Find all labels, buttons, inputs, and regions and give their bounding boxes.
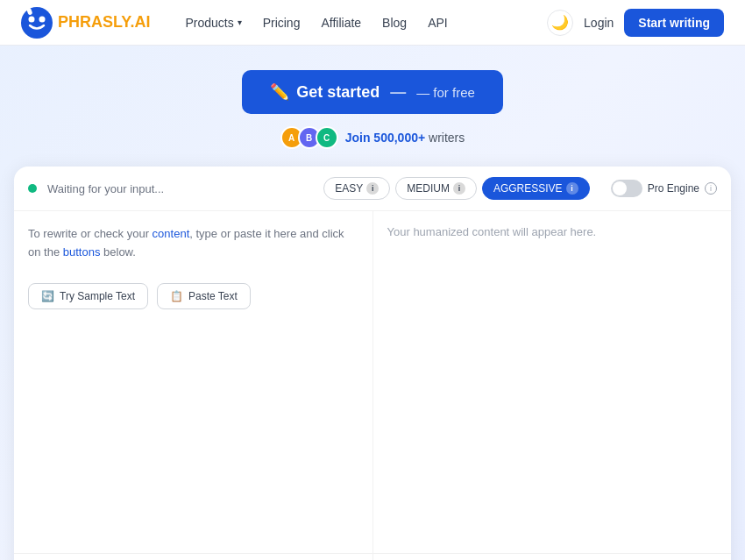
start-writing-button[interactable]: Start writing [624,9,724,37]
get-started-dash: — [390,83,406,102]
get-started-suffix: — for free [416,85,475,100]
avatar-group: A B C [280,126,338,149]
svg-point-1 [29,16,35,22]
logo-suffix: .AI [130,13,150,31]
pro-engine-row: Pro Engine i [611,180,717,197]
pro-engine-label: Pro Engine [648,182,699,195]
try-sample-button[interactable]: 🔄 Try Sample Text [28,283,148,309]
toolbar: Waiting for your input... EASY i MEDIUM … [14,167,731,211]
get-started-button[interactable]: ✏️ Get started — — for free [242,70,503,114]
theme-toggle-button[interactable]: 🌙 [547,10,573,36]
get-started-label: Get started [296,83,380,102]
join-row: A B C Join 500,000+ writers [280,126,465,149]
status-text: Waiting for your input... [47,182,313,195]
right-placeholder: Your humanized content will appear here. [387,225,718,238]
left-panel: To rewrite or check your content, type o… [14,211,373,553]
svg-point-2 [39,16,46,22]
header: PHRASLY.AI Products ▾ Pricing Affiliate … [0,0,745,46]
paste-icon: 📋 [170,290,183,302]
nav-api[interactable]: API [428,16,448,30]
nav-affiliate[interactable]: Affiliate [321,16,361,30]
join-text: Join 500,000+ writers [345,131,465,145]
left-placeholder: To rewrite or check your content, type o… [28,225,358,262]
sample-icon: 🔄 [41,290,54,302]
pro-engine-toggle[interactable] [611,180,642,197]
main-nav: Products ▾ Pricing Affiliate Blog API [185,16,547,30]
pro-engine-info-icon[interactable]: i [705,182,717,195]
main-panel: Waiting for your input... EASY i MEDIUM … [14,167,731,560]
panel-bottom: 0 Words = 0 chars 🎓 Humanize ⚑ Check for… [14,553,731,560]
easy-info-icon: i [366,182,379,195]
right-bottom-bar: 0 Words [373,554,732,560]
left-bottom-bar: 0 Words = 0 chars 🎓 Humanize ⚑ Check for… [14,554,373,560]
nav-products[interactable]: Products ▾ [185,16,241,30]
logo-icon [21,7,53,39]
easy-mode-button[interactable]: EASY i [323,177,390,200]
aggressive-mode-button[interactable]: AGGRESSIVE i [482,177,590,200]
editor-area: To rewrite or check your content, type o… [14,211,731,553]
svg-point-0 [21,7,53,39]
logo-brand: PHRASLY [58,13,130,31]
hero-section: ✏️ Get started — — for free A B C Join 5… [0,46,745,167]
sample-buttons: 🔄 Try Sample Text 📋 Paste Text [28,283,358,309]
chevron-down-icon: ▾ [238,18,242,27]
avatar: C [316,126,338,149]
medium-info-icon: i [453,182,465,195]
medium-mode-button[interactable]: MEDIUM i [395,177,477,200]
aggressive-info-icon: i [566,182,578,195]
nav-pricing[interactable]: Pricing [263,16,301,30]
login-button[interactable]: Login [584,16,614,30]
header-right: 🌙 Login Start writing [547,9,724,37]
nav-blog[interactable]: Blog [382,16,407,30]
logo[interactable]: PHRASLY.AI [21,7,150,39]
right-panel: Your humanized content will appear here. [373,211,732,553]
pencil-icon: ✏️ [270,82,289,102]
paste-text-button[interactable]: 📋 Paste Text [157,283,251,309]
status-indicator [28,184,37,193]
mode-buttons: EASY i MEDIUM i AGGRESSIVE i [323,177,589,200]
